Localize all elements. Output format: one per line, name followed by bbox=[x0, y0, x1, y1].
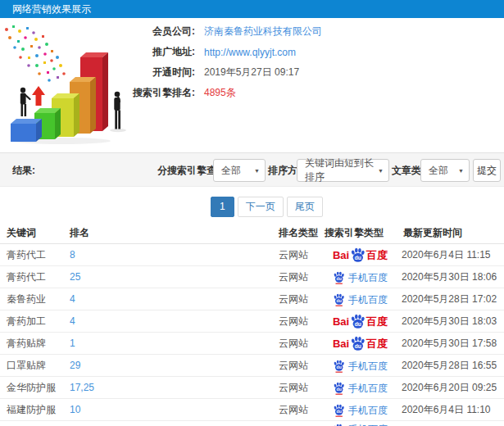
rank-type-cell: 云网站 bbox=[279, 399, 323, 420]
rank-type-cell: 云网站 bbox=[279, 377, 323, 398]
rank-link[interactable]: 17,25 bbox=[70, 377, 275, 398]
engine-cell: Bai du 百度 bbox=[321, 288, 399, 310]
keyword-cell: 膏药加工 bbox=[7, 310, 69, 332]
updated-cell: 2020年5月30日 18:06 bbox=[402, 266, 504, 288]
baidu-logo: Bai du 百度 bbox=[333, 245, 388, 266]
mobile-baidu-logo: du 手机百度 bbox=[333, 378, 388, 399]
engine-cell: Bai du 百度 bbox=[321, 266, 399, 288]
rank-link[interactable]: 1 bbox=[70, 333, 275, 354]
table-row[interactable]: 口罩贴牌 29 云网站 Bai du bbox=[0, 355, 504, 377]
updated-cell: 2020年6月4日 11:10 bbox=[402, 399, 504, 420]
baidu-paw-icon: du bbox=[350, 336, 366, 351]
header-keyword: 关键词 bbox=[7, 223, 36, 242]
result-label: 结果: bbox=[12, 153, 35, 188]
header-rank-type: 排名类型 bbox=[279, 223, 318, 242]
rank-type-cell: 云网站 bbox=[279, 310, 323, 332]
keyword-cell: 口罩贴牌 bbox=[7, 355, 69, 376]
rank-link[interactable]: 10 bbox=[70, 399, 275, 420]
filter-bar: 结果: 分搜索引擎查看 全部 ▼ 排序方式 关键词由短到长排序 ▼ 文章类型 全… bbox=[0, 152, 504, 187]
caret-down-icon: ▼ bbox=[378, 168, 384, 174]
bar-blue bbox=[11, 119, 42, 142]
rank-type-cell: 云网站 bbox=[279, 244, 323, 265]
engine-cell: Bai du 百度 bbox=[321, 310, 399, 333]
mobile-baidu-label: 手机百度 bbox=[348, 423, 388, 426]
table-row[interactable]: 膏药加工 4 云网站 Bai du bbox=[0, 310, 504, 333]
engine-cell: Bai du 百度 bbox=[321, 399, 399, 421]
page-title: 网络营销效果展示 bbox=[12, 0, 91, 18]
keyword-cell: 膏药贴牌 bbox=[7, 333, 69, 354]
rank-type-cell: 云网站 bbox=[279, 266, 323, 288]
promo-url-row: 推广地址: http://www.qlyyjt.com bbox=[0, 42, 385, 62]
mobile-baidu-label: 手机百度 bbox=[348, 378, 388, 399]
svg-text:du: du bbox=[337, 298, 342, 303]
table-row[interactable]: 膏药贴牌 1 云网站 Bai du bbox=[0, 333, 504, 355]
table-row[interactable]: 秦鲁药业 4 云网站 Bai du bbox=[0, 288, 504, 310]
company-row: 会员公司: 济南秦鲁药业科技有限公司 bbox=[0, 21, 385, 42]
table-header: 关键词 排名 排名类型 搜索引擎类型 最新更新时间 bbox=[0, 223, 504, 244]
svg-text:du: du bbox=[337, 365, 342, 369]
table-row[interactable]: Bai du 百度 bbox=[0, 421, 504, 426]
rank-type-cell: 云网站 bbox=[279, 333, 323, 354]
mobile-baidu-paw-icon: du bbox=[333, 360, 345, 373]
updated-cell: 2020年6月20日 09:25 bbox=[402, 377, 504, 398]
title-bar: 网络营销效果展示 bbox=[0, 0, 504, 18]
engine-view-selected: 全部 bbox=[221, 164, 241, 178]
mobile-baidu-paw-icon: du bbox=[333, 382, 345, 395]
table-row[interactable]: 膏药代工 25 云网站 Bai du bbox=[0, 266, 504, 288]
mobile-baidu-label: 手机百度 bbox=[348, 356, 388, 377]
mobile-baidu-logo: du 手机百度 bbox=[333, 267, 388, 288]
member-info-panel: 会员公司: 济南秦鲁药业科技有限公司 推广地址: http://www.qlyy… bbox=[0, 21, 385, 103]
last-page-button[interactable]: 尾页 bbox=[287, 197, 323, 217]
keyword-cell: 膏药代工 bbox=[7, 266, 69, 288]
svg-text:du: du bbox=[337, 409, 342, 414]
mobile-baidu-logo: du 手机百度 bbox=[333, 400, 388, 421]
engine-view-select[interactable]: 全部 ▼ bbox=[213, 159, 266, 182]
updated-cell: 2020年6月4日 11:15 bbox=[402, 244, 504, 265]
rank-link[interactable]: 4 bbox=[70, 310, 275, 332]
mobile-baidu-paw-icon: du bbox=[333, 424, 345, 426]
engine-cell: Bai du 百度 bbox=[321, 377, 399, 399]
baidu-logo: Bai du 百度 bbox=[333, 311, 388, 333]
baidu-paw-icon: du bbox=[350, 247, 366, 263]
mobile-baidu-paw-icon: du bbox=[333, 271, 345, 284]
mobile-baidu-logo: du 手机百度 bbox=[333, 289, 388, 310]
company-link[interactable]: 济南秦鲁药业科技有限公司 bbox=[204, 25, 322, 39]
pagination: 1 下一页 尾页 bbox=[211, 197, 326, 217]
keyword-cell: 金华防护服 bbox=[7, 377, 69, 398]
sort-selected: 关键词由短到长排序 bbox=[305, 156, 375, 184]
table-row[interactable]: 膏药代工 8 云网站 Bai du bbox=[0, 244, 504, 266]
table-row[interactable]: 金华防护服 17,25 云网站 Bai du bbox=[0, 377, 504, 399]
opened-time-label: 开通时间: bbox=[0, 66, 195, 79]
caret-down-icon: ▼ bbox=[458, 168, 464, 174]
keyword-cell: 秦鲁药业 bbox=[7, 288, 69, 310]
next-page-button[interactable]: 下一页 bbox=[238, 197, 284, 217]
engine-rank-label: 搜索引擎排名: bbox=[0, 86, 195, 100]
promo-url-label: 推广地址: bbox=[0, 45, 195, 59]
rank-link[interactable]: 4 bbox=[70, 288, 275, 310]
rank-link[interactable]: 29 bbox=[70, 355, 275, 376]
updated-cell: 2020年5月28日 17:02 bbox=[402, 288, 504, 310]
sort-select[interactable]: 关键词由短到长排序 ▼ bbox=[297, 159, 389, 182]
engine-cell: Bai du 百度 bbox=[321, 244, 399, 266]
table-body: 膏药代工 8 云网站 Bai du bbox=[0, 244, 504, 426]
rank-link[interactable]: 25 bbox=[70, 266, 275, 288]
header-rank: 排名 bbox=[70, 223, 89, 242]
table-row[interactable]: 福建防护服 10 云网站 Bai du bbox=[0, 399, 504, 421]
mobile-baidu-label: 手机百度 bbox=[348, 400, 388, 421]
mobile-baidu-paw-icon: du bbox=[333, 404, 345, 417]
keyword-cell: 福建防护服 bbox=[7, 399, 69, 420]
rank-link[interactable]: 8 bbox=[70, 244, 275, 265]
submit-button[interactable]: 提交 bbox=[473, 159, 501, 182]
article-type-select[interactable]: 全部 ▼ bbox=[420, 159, 470, 182]
header-engine-type: 搜索引擎类型 bbox=[325, 223, 384, 242]
mobile-baidu-label: 手机百度 bbox=[348, 267, 388, 288]
mobile-baidu-logo: du 手机百度 bbox=[333, 423, 388, 426]
updated-cell: 2020年5月30日 18:03 bbox=[402, 310, 504, 332]
promo-url-link[interactable]: http://www.qlyyjt.com bbox=[204, 47, 296, 58]
svg-text:du: du bbox=[355, 255, 361, 261]
baidu-paw-icon: du bbox=[350, 314, 366, 329]
updated-cell: 2020年5月28日 16:55 bbox=[402, 355, 504, 376]
keyword-cell: 膏药代工 bbox=[7, 244, 69, 265]
page-1-button[interactable]: 1 bbox=[211, 197, 234, 217]
engine-rank-count: 4895条 bbox=[204, 86, 236, 100]
